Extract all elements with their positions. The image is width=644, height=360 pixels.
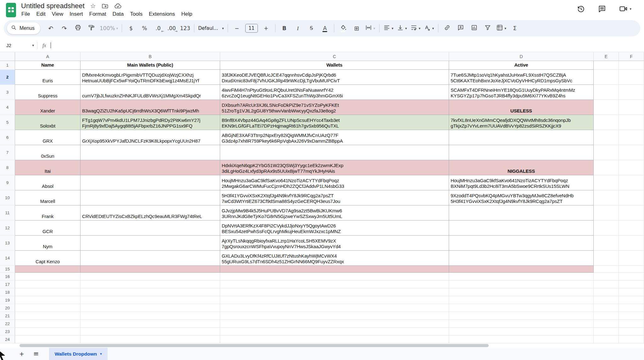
name-box-dropdown-icon[interactable]: ▾ [32,43,34,47]
cell-A24[interactable] [15,335,80,343]
cell-E9[interactable] [594,175,619,190]
cell-B1[interactable]: Main Wallets (Public) [80,61,220,70]
cell-D3[interactable]: SCAMFxT4DFRNneiHmYE18QsG1UuyDkyPARxMq4nt… [449,85,594,100]
font-family-select-dropdown-icon[interactable]: ▾ [222,26,224,30]
cell-B5[interactable]: FTg1gqW7vPm4kdU1LPM7JJnizbgPdRDy2PitKw6m… [80,115,220,130]
redo-button[interactable]: ↷ [58,23,71,34]
cell-A6[interactable]: GRX [15,130,80,145]
cell-D20[interactable] [449,304,594,312]
cell-D6[interactable] [449,130,594,145]
cell-C10[interactable]: 5H3f41YGvviXSxK2XtqfJg4N9kvfY8Jk9RCqg2a7… [220,190,449,205]
row-header-24[interactable]: 24 [0,335,15,343]
cell-A19[interactable] [15,296,80,304]
italic-button[interactable]: I [291,23,305,34]
cell-F16[interactable] [619,273,644,281]
row-header-17[interactable]: 17 [0,281,15,288]
cell-E12[interactable] [594,221,619,236]
cell-E17[interactable] [594,281,619,288]
cell-C22[interactable] [220,320,449,328]
cell-D16[interactable] [449,273,594,281]
increase-decimals-button[interactable]: .00→ [165,23,178,34]
row-header-12[interactable]: 12 [0,221,15,236]
row-header-5[interactable]: 5 [0,115,15,130]
text-wrapping-button-dropdown-icon[interactable]: ▾ [419,26,420,30]
paint-format-button[interactable] [85,23,98,34]
horizontal-align-button-dropdown-icon[interactable]: ▾ [391,26,393,30]
cell-B6[interactable]: GrXjXop95XkVPYJafDJNCLFzK9K8LkpopxYcgUUn… [80,130,220,145]
cell-E24[interactable] [594,335,619,343]
cell-D14[interactable] [449,251,594,266]
row-header-9[interactable]: 9 [0,175,15,190]
cell-E15[interactable] [594,266,619,273]
cell-A14[interactable]: Capt Kenzo [15,251,80,266]
cell-C1[interactable]: Wallets [220,61,449,70]
row-header-16[interactable]: 16 [0,273,15,281]
menu-data[interactable]: Data [109,10,127,18]
cell-A23[interactable] [15,328,80,335]
more-formats-button[interactable]: 123 [178,23,192,34]
cell-C7[interactable] [220,145,449,160]
row-header-2[interactable]: 2 [0,70,15,85]
cloud-saved-icon[interactable] [114,2,122,10]
cell-F2[interactable] [619,70,644,85]
cell-A13[interactable]: Nym [15,236,80,251]
cell-F11[interactable] [619,205,644,221]
document-title[interactable]: Untitled spreadsheet [21,2,85,10]
cell-B19[interactable] [80,296,220,304]
row-header-19[interactable]: 19 [0,296,15,304]
comments-icon[interactable] [598,5,606,13]
decrease-decimals-button[interactable]: .0← [151,23,165,34]
cell-C6[interactable]: ABGjNE3XAF3Ttrrp2NpxEry82iQigWMMJfvCnUAz… [220,130,449,145]
cell-A7[interactable]: 0xSun [15,145,80,160]
row-header-14[interactable]: 14 [0,251,15,266]
cell-E7[interactable] [594,145,619,160]
cell-B12[interactable] [80,221,220,236]
cell-A17[interactable] [15,281,80,288]
cell-E1[interactable] [594,61,619,70]
cell-D5[interactable]: 7kvfXL8nUeXnGMmCQeafjdDXQQWvtMh8sdc36nqo… [449,115,594,130]
cell-B14[interactable] [80,251,220,266]
cell-E13[interactable] [594,236,619,251]
cell-E14[interactable] [594,251,619,266]
cell-B16[interactable] [80,273,220,281]
cell-F24[interactable] [619,335,644,343]
cell-A16[interactable] [15,273,80,281]
fill-color-button[interactable] [336,23,350,34]
cell-F14[interactable] [619,251,644,266]
format-currency-button[interactable]: $ [124,23,138,34]
cell-F13[interactable] [619,236,644,251]
cell-E20[interactable] [594,304,619,312]
menu-help[interactable]: Help [178,10,195,18]
cell-D10[interactable]: 9XzoddT4PQsvbKQ4pMGvuYBTw3qgyMJw8CZ8efve… [449,190,594,205]
cell-C18[interactable] [220,288,449,296]
text-rotation-button-dropdown-icon[interactable]: ▾ [432,26,434,30]
video-call-icon[interactable]: ▾ [619,4,631,13]
cell-D19[interactable] [449,296,594,304]
cell-A3[interactable]: Suppress [15,85,80,100]
cell-B20[interactable] [80,304,220,312]
row-header-8[interactable]: 8 [0,160,15,175]
cell-F21[interactable] [619,312,644,320]
font-size-input[interactable]: 11 [244,23,259,34]
cell-F9[interactable] [619,175,644,190]
move-to-folder-icon[interactable] [102,3,108,9]
row-header-1[interactable]: 1 [0,61,15,70]
cell-C17[interactable] [220,281,449,288]
cell-A11[interactable]: Frank [15,205,80,221]
cell-D23[interactable] [449,328,594,335]
cell-D24[interactable] [449,335,594,343]
cell-F18[interactable] [619,288,644,296]
cell-F19[interactable] [619,296,644,304]
cell-B3[interactable]: cumV7jbJLfwuzknZHNKJFULdBVWsXj1MMgXm4Skp… [80,85,220,100]
cell-B7[interactable] [80,145,220,160]
merge-cells-button[interactable]: ▾ [364,23,377,34]
menus-search-pill[interactable]: Menus [7,22,40,34]
cell-C14[interactable]: GXLADu3LvyDfKf4zRfCUJitUf7zNtushKayhWjMC… [220,251,449,266]
row-header-11[interactable]: 11 [0,205,15,221]
menu-view[interactable]: View [49,10,67,18]
zoom-select[interactable]: 100%▾ [98,23,119,34]
undo-button[interactable]: ↶ [44,23,58,34]
cell-D1[interactable]: Active [449,61,594,70]
cell-A22[interactable] [15,320,80,328]
cell-F17[interactable] [619,281,644,288]
